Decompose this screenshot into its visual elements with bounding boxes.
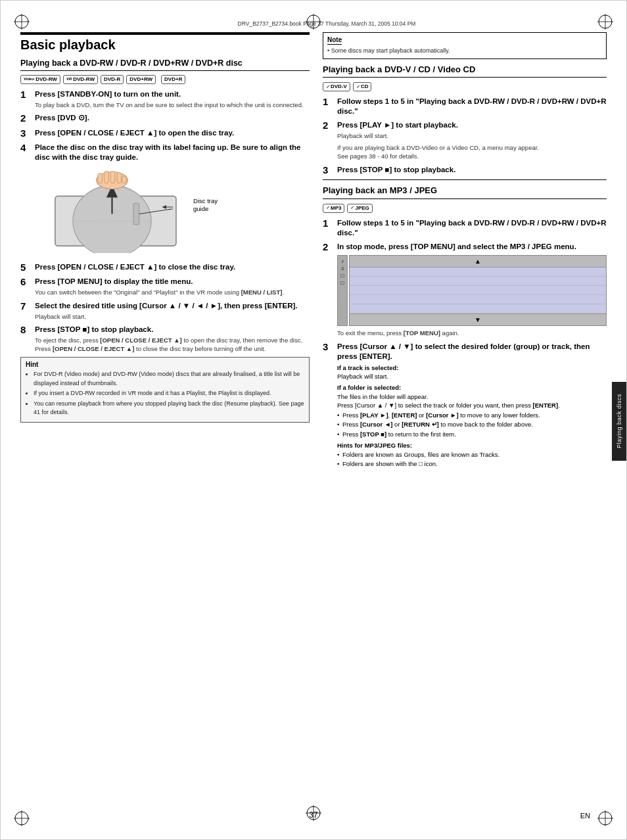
step-2-content: Press [DVD ⊙]. — [35, 113, 310, 124]
step-4-content: Place the disc on the disc tray with its… — [35, 143, 310, 258]
dvdv-step-2-title: Press [PLAY ►] to start playback. — [337, 120, 607, 130]
right-column: Note • Some discs may start playback aut… — [323, 32, 607, 473]
mp3-menu-row-1 — [350, 268, 606, 277]
if-folder: If a folder is selected: The files in th… — [337, 383, 607, 438]
step-1-title: Press [STANDBY-ON] to turn on the unit. — [35, 89, 310, 99]
dvdv-step-3-title: Press [STOP ■] to stop playback. — [337, 165, 607, 175]
step-3-num: 3 — [20, 128, 32, 139]
if-track: If a track is selected: Playback will st… — [337, 363, 607, 381]
step-7-num: 7 — [20, 301, 32, 321]
badge-cd: ✓ CD — [353, 82, 372, 91]
step-1-num: 1 — [20, 89, 32, 109]
dvdv-step-2-extra: If you are playing back a DVD-Video or a… — [337, 143, 607, 161]
mp3-step-3: 3 Press [Cursor ▲ / ▼] to select the des… — [323, 342, 607, 469]
disc-tray-illustration: Disc trayguide — [48, 168, 219, 253]
step-4: 4 Place the disc on the disc tray with i… — [20, 143, 310, 258]
if-folder-title: If a folder is selected: — [337, 384, 401, 391]
badge-dvd-v: ✓ DVD-V — [323, 82, 350, 91]
bottom-center-mark — [304, 804, 323, 824]
step-4-num: 4 — [20, 143, 32, 258]
top-center-mark — [304, 12, 323, 32]
mp3-jpeg-title: Playing back an MP3 / JPEG — [323, 185, 607, 199]
mp3-menu-row-2 — [350, 277, 606, 286]
mp3-menu-screenshot: ♪ ♫ □ □ ▲ — [337, 255, 607, 326]
step-8-title: Press [STOP ■] to stop playback. — [35, 325, 310, 335]
icon-folder2: □ — [341, 280, 344, 286]
step-5-num: 5 — [20, 262, 32, 273]
corner-mark-tl — [12, 12, 31, 31]
mp3-step-2-caption: To exit the menu, press [TOP MENU] again… — [337, 329, 607, 337]
corner-mark-tr — [596, 12, 615, 31]
dvdv-step-2: 2 Press [PLAY ►] to start playback. Play… — [323, 120, 607, 161]
svg-rect-22 — [110, 171, 115, 183]
dvdv-step-1-num: 1 — [323, 97, 335, 116]
mp3-step-3-title: Press [Cursor ▲ / ▼] to select the desir… — [337, 342, 607, 362]
badge-dvd-plusrw: DVD+RW — [126, 75, 156, 84]
badge-dvd-rw-vr: VR DVD-RW — [63, 75, 98, 84]
arrow-up-icon: ▲ — [475, 258, 481, 265]
hint-title: Hint — [26, 361, 304, 368]
hint-item-1: For DVD-R (Video mode) and DVD-RW (Video… — [34, 370, 304, 388]
hint-box: Hint For DVD-R (Video mode) and DVD-RW (… — [20, 357, 310, 423]
mp3-step-2: 2 In stop mode, press [TOP MENU] and sel… — [323, 242, 607, 338]
hint-item-3: You can resume playback from where you s… — [34, 400, 304, 417]
dvdv-step-2-content: Press [PLAY ►] to start playback. Playba… — [337, 120, 607, 161]
mp3-hints-list: Folders are known as Groups, files are k… — [337, 450, 607, 469]
step-3-content: Press [OPEN / CLOSE / EJECT ▲] to open t… — [35, 128, 310, 139]
step-7-content: Select the desired title using [Cursor ▲… — [35, 301, 310, 321]
badge-jpeg: ✓ JPEG — [347, 204, 372, 213]
svg-marker-26 — [162, 205, 166, 209]
mp3-step-2-content: In stop mode, press [TOP MENU] and selec… — [337, 242, 607, 338]
svg-rect-24 — [122, 176, 127, 183]
step-3-title: Press [OPEN / CLOSE / EJECT ▲] to open t… — [35, 128, 310, 138]
mp3-menu-row-5 — [350, 304, 606, 314]
mp3-step-3-num: 3 — [323, 342, 335, 469]
step-6: 6 Press [TOP MENU] to display the title … — [20, 277, 310, 296]
folder-bullet-1: Press [PLAY ►], [ENTER] or [Cursor ►] to… — [337, 411, 607, 419]
mp3-menu-main: ▲ ▼ — [349, 255, 607, 326]
step-8: 8 Press [STOP ■] to stop playback. To ej… — [20, 325, 310, 354]
page-lang: EN — [580, 812, 590, 820]
mp3-hints: Hints for MP3/JPEG files: Folders are kn… — [337, 442, 607, 469]
badge-dvd-plusr: DVD+R — [161, 75, 185, 84]
hint-item-2: If you insert a DVD-RW recorded in VR mo… — [34, 389, 304, 398]
side-tab: Playing back discs — [612, 382, 626, 461]
note-title: Note — [327, 36, 342, 45]
step-7-title: Select the desired title using [Cursor ▲… — [35, 301, 310, 311]
section-title: Basic playback — [20, 37, 310, 53]
step-7-desc: Playback will start. — [35, 312, 310, 321]
step-4-title: Place the disc on the disc tray with its… — [35, 143, 310, 162]
step-1-desc: To play back a DVD, turn the TV on and b… — [35, 101, 310, 109]
main-columns: Basic playback Playing back a DVD-RW / D… — [20, 32, 607, 473]
folder-bullet-2: Press [Cursor ◄] or [RETURN ↵] to move b… — [337, 420, 607, 429]
mp3-step-1: 1 Follow steps 1 to 5 in "Playing back a… — [323, 218, 607, 238]
disc-tray-label: Disc trayguide — [193, 197, 218, 214]
step-2-num: 2 — [20, 113, 32, 124]
svg-rect-21 — [104, 171, 109, 183]
step-1-content: Press [STANDBY-ON] to turn on the unit. … — [35, 89, 310, 109]
folder-bullet-3: Press [STOP ■] to return to the first it… — [337, 430, 607, 438]
dvdv-step-3: 3 Press [STOP ■] to stop playback. — [323, 165, 607, 176]
dvdv-step-3-num: 3 — [323, 165, 335, 176]
svg-rect-23 — [117, 173, 122, 183]
folder-bullets: Press [PLAY ►], [ENTER] or [Cursor ►] to… — [337, 411, 607, 438]
step-6-title: Press [TOP MENU] to display the title me… — [35, 277, 310, 287]
step-8-desc: To eject the disc, press [OPEN / CLOSE /… — [35, 336, 310, 354]
note-box: Note • Some discs may start playback aut… — [323, 32, 607, 59]
mp3-step-1-content: Follow steps 1 to 5 in "Playing back a D… — [337, 218, 607, 238]
dvdv-step-2-desc: Playback will start. — [337, 131, 607, 140]
icon-music: ♪ — [341, 258, 344, 264]
mp3-menu-bottom: ▼ — [350, 314, 606, 325]
mp3-hint-2: Folders are shown with the □ icon. — [337, 459, 607, 468]
step-5-content: Press [OPEN / CLOSE / EJECT ▲] to close … — [35, 262, 310, 273]
format-badges-left: Video DVD-RW VR DVD-RW DVD-R DVD+RW DVD+… — [20, 75, 310, 84]
note-text: • Some discs may start playback automati… — [327, 47, 602, 56]
mp3-step-2-title: In stop mode, press [TOP MENU] and selec… — [337, 242, 607, 252]
dvd-v-cd-title: Playing back a DVD-V / CD / Video CD — [323, 64, 607, 78]
step-1: 1 Press [STANDBY-ON] to turn on the unit… — [20, 89, 310, 109]
if-folder-desc: The files in the folder will appear.Pres… — [337, 393, 560, 409]
section-divider — [323, 179, 607, 180]
svg-rect-20 — [98, 174, 103, 183]
badge-dvd-rw-video: Video DVD-RW — [20, 75, 60, 84]
mp3-menu-row-3 — [350, 286, 606, 295]
